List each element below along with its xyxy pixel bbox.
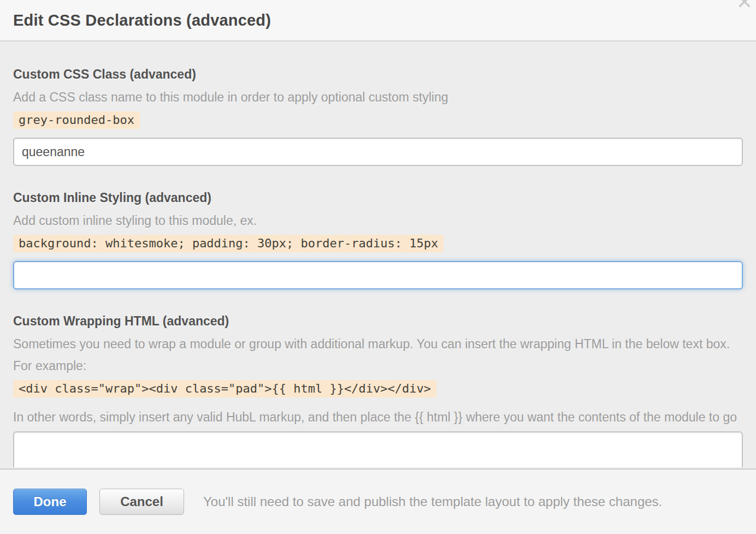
dialog-title: Edit CSS Declarations (advanced) <box>13 11 271 29</box>
inline-styling-input[interactable] <box>13 261 743 289</box>
section-custom-css-class: Custom CSS Class (advanced) Add a CSS cl… <box>13 67 743 166</box>
inline-styling-heading: Custom Inline Styling (advanced) <box>13 190 743 205</box>
css-class-code-example: grey-rounded-box <box>13 111 140 129</box>
code-example-row: background: whitesmoke; padding: 30px; b… <box>13 235 743 252</box>
dialog-footer: Done Cancel You'll still need to save an… <box>0 468 756 534</box>
cancel-button[interactable]: Cancel <box>99 489 184 515</box>
wrapping-html-code-example: <div class="wrap"><div class="pad">{{ ht… <box>13 380 436 397</box>
custom-css-class-description: Add a CSS class name to this module in o… <box>13 86 743 108</box>
code-example-row: <div class="wrap"><div class="pad">{{ ht… <box>13 380 743 397</box>
footer-note: You'll still need to save and publish th… <box>203 494 662 509</box>
custom-css-class-heading: Custom CSS Class (advanced) <box>13 67 743 82</box>
code-example-row: grey-rounded-box <box>13 111 743 129</box>
section-custom-wrapping-html: Custom Wrapping HTML (advanced) Sometime… <box>13 313 743 467</box>
wrapping-html-description-2: In other words, simply insert any valid … <box>13 406 743 428</box>
wrapping-html-description: Sometimes you need to wrap a module or g… <box>13 333 743 377</box>
done-button[interactable]: Done <box>13 489 87 515</box>
dialog-header: Edit CSS Declarations (advanced) ✕ <box>0 0 756 41</box>
wrapping-html-input[interactable] <box>13 431 743 467</box>
inline-styling-code-example: background: whitesmoke; padding: 30px; b… <box>13 235 444 252</box>
wrapping-html-heading: Custom Wrapping HTML (advanced) <box>13 313 743 329</box>
inline-styling-description: Add custom inline styling to this module… <box>13 210 743 232</box>
dialog-body: Custom CSS Class (advanced) Add a CSS cl… <box>0 41 756 467</box>
edit-css-declarations-dialog: Edit CSS Declarations (advanced) ✕ Custo… <box>0 0 756 534</box>
css-class-input[interactable] <box>13 138 743 166</box>
close-icon[interactable]: ✕ <box>736 0 753 12</box>
section-custom-inline-styling: Custom Inline Styling (advanced) Add cus… <box>13 190 743 289</box>
